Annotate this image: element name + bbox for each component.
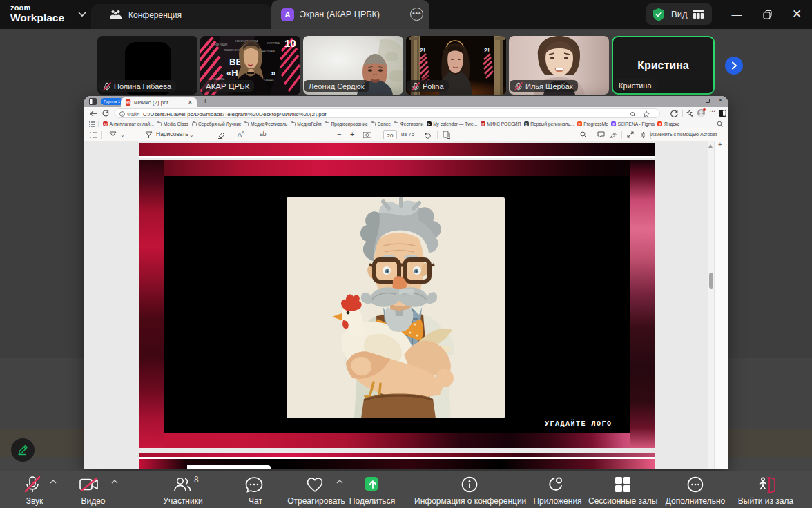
svg-text:10: 10 xyxy=(284,37,296,49)
svg-text:ОФЕ УЧШИХ: ОФЕ УЧШИХ xyxy=(214,43,228,46)
svg-text:НЕОТЕКА В: НЕОТЕКА В xyxy=(262,50,275,53)
svg-text:СТОЛ РИМА: СТОЛ РИМА xyxy=(267,42,280,45)
svg-text:ОФЕ НЕО: ОФЕ НЕО xyxy=(264,79,274,82)
svg-text:»: » xyxy=(271,68,276,78)
svg-text:2!: 2! xyxy=(420,47,425,54)
svg-text:2!: 2! xyxy=(484,47,490,54)
svg-text:PDF: PDF xyxy=(126,100,131,103)
